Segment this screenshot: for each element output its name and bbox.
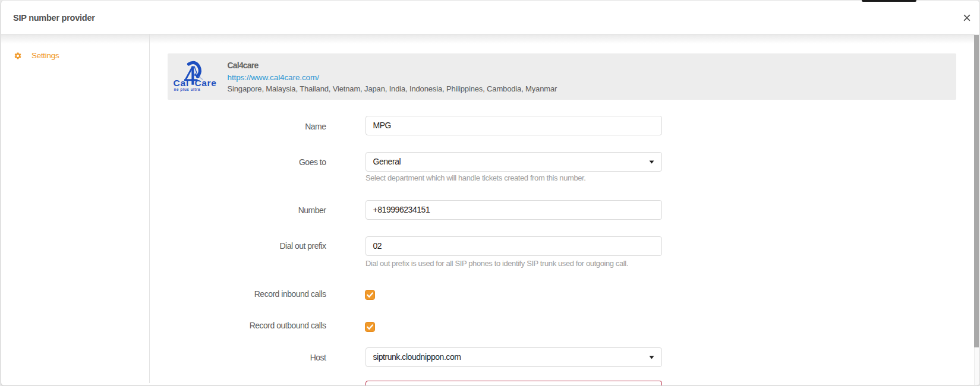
svg-text:Cal: Cal <box>174 78 190 88</box>
svg-text:Care: Care <box>195 78 217 88</box>
svg-text:ne plus ultra: ne plus ultra <box>174 87 201 92</box>
